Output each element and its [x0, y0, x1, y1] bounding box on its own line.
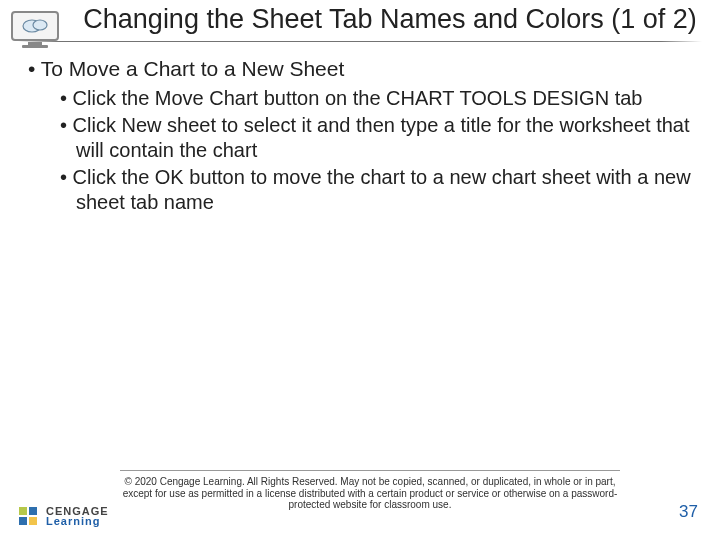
brand-subname: Learning — [46, 517, 109, 527]
brand-logo: CENGAGE Learning — [18, 506, 109, 528]
svg-rect-6 — [29, 507, 37, 515]
slide-header: Changing the Sheet Tab Names and Colors … — [0, 0, 720, 35]
brand-mark-icon — [18, 506, 40, 528]
svg-rect-1 — [28, 42, 42, 45]
cloud-monitor-icon — [10, 10, 60, 50]
bullet-lvl2: Click the Move Chart button on the CHART… — [60, 86, 692, 111]
bullet-lvl1: To Move a Chart to a New Sheet — [28, 56, 692, 82]
svg-point-4 — [33, 20, 47, 30]
bullet-lvl2: Click New sheet to select it and then ty… — [60, 113, 692, 163]
svg-rect-7 — [19, 517, 27, 525]
svg-rect-2 — [22, 45, 48, 48]
bullet-lvl2-group: Click the Move Chart button on the CHART… — [28, 86, 692, 215]
page-number: 37 — [679, 502, 698, 522]
svg-rect-8 — [29, 517, 37, 525]
footer-divider — [120, 470, 620, 471]
svg-rect-5 — [19, 507, 27, 515]
brand-text: CENGAGE Learning — [46, 507, 109, 527]
bullet-lvl2: Click the OK button to move the chart to… — [60, 165, 692, 215]
slide: Changing the Sheet Tab Names and Colors … — [0, 0, 720, 540]
copyright-text: © 2020 Cengage Learning. All Rights Rese… — [120, 476, 620, 511]
slide-title: Changing the Sheet Tab Names and Colors … — [70, 4, 710, 35]
slide-footer: © 2020 Cengage Learning. All Rights Rese… — [0, 470, 720, 530]
slide-body: To Move a Chart to a New Sheet Click the… — [0, 42, 720, 215]
